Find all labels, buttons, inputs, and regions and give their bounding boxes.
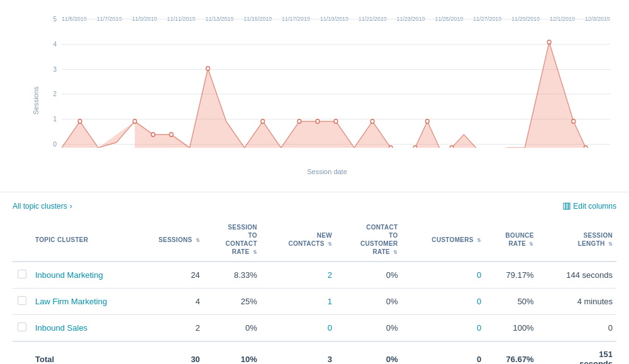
new-contacts-value-2[interactable]: 1 bbox=[328, 297, 332, 306]
row-contact-customer-rate-3: 0% bbox=[336, 315, 401, 342]
row-session-length-2: 4 minutes bbox=[538, 289, 616, 315]
law-firm-marketing-link[interactable]: Law Firm Marketing bbox=[35, 297, 107, 306]
svg-point-10 bbox=[78, 119, 82, 123]
customers-value-3[interactable]: 0 bbox=[477, 323, 481, 333]
all-topic-clusters-link[interactable]: All topic clusters › bbox=[13, 202, 72, 211]
row-session-contact-rate-3: 0% bbox=[204, 315, 261, 342]
totals-session-length: 151seconds bbox=[538, 341, 616, 364]
checkbox-3[interactable] bbox=[18, 323, 26, 331]
sort-icon-customers: ⇅ bbox=[477, 238, 481, 243]
new-contacts-value-3[interactable]: 0 bbox=[328, 323, 332, 333]
svg-point-18 bbox=[334, 119, 338, 123]
row-checkbox-3[interactable] bbox=[13, 315, 31, 342]
y-axis-label: Sessions bbox=[32, 87, 40, 115]
col-contact-to-customer[interactable]: CONTACT TO CUSTOMER RATE ⇅ bbox=[336, 218, 401, 262]
table-row: Inbound Marketing 24 8.33% 2 0% 0 79.17%… bbox=[13, 262, 616, 289]
svg-point-21 bbox=[413, 146, 417, 148]
checkbox-1[interactable] bbox=[18, 270, 26, 279]
row-customers-3: 0 bbox=[401, 315, 485, 342]
table-row: Inbound Sales 2 0% 0 0% 0 100% 0 bbox=[13, 315, 616, 342]
chart-section: Sessions 5 4 3 bbox=[0, 0, 629, 192]
chart-area: 5 4 3 2 1 bbox=[44, 16, 610, 167]
svg-marker-1 bbox=[98, 121, 135, 148]
row-checkbox-1[interactable] bbox=[13, 262, 31, 289]
totals-sessions: 30 bbox=[132, 341, 204, 364]
row-customers-1: 0 bbox=[401, 262, 485, 289]
svg-rect-27 bbox=[564, 203, 565, 209]
svg-point-20 bbox=[389, 146, 392, 148]
row-contact-customer-rate-2: 0% bbox=[336, 289, 401, 315]
row-topic-cluster-2: Law Firm Marketing bbox=[31, 289, 132, 315]
svg-point-12 bbox=[151, 133, 155, 136]
totals-empty-check bbox=[13, 341, 31, 364]
svg-point-17 bbox=[316, 119, 320, 123]
row-checkbox-2[interactable] bbox=[13, 289, 31, 315]
col-session-to-contact[interactable]: SESSION TO CONTACT RATE ⇅ bbox=[204, 218, 261, 262]
totals-session-contact-rate: 10% bbox=[204, 341, 261, 364]
svg-marker-7 bbox=[415, 121, 440, 148]
row-session-contact-rate-2: 25% bbox=[204, 289, 261, 315]
x-axis-title: Session date bbox=[44, 168, 610, 175]
row-session-contact-rate-1: 8.33% bbox=[204, 262, 261, 289]
edit-columns-button[interactable]: Edit columns bbox=[563, 202, 616, 211]
svg-point-11 bbox=[133, 119, 136, 123]
totals-row: Total 30 10% 3 0% 0 76.67% 151seconds bbox=[13, 341, 616, 364]
svg-marker-8 bbox=[452, 135, 476, 148]
col-customers[interactable]: CUSTOMERS ⇅ bbox=[401, 218, 485, 262]
chart-svg bbox=[62, 16, 610, 148]
svg-point-16 bbox=[298, 119, 301, 123]
table-row: Law Firm Marketing 4 25% 1 0% 0 50% 4 mi… bbox=[13, 289, 616, 315]
row-bounce-rate-1: 79.17% bbox=[485, 262, 538, 289]
col-session-length[interactable]: SESSION LENGTH ⇅ bbox=[538, 218, 616, 262]
table-section: All topic clusters › Edit columns TOPIC … bbox=[0, 192, 629, 364]
row-topic-cluster-1: Inbound Marketing bbox=[31, 262, 132, 289]
customers-value-1[interactable]: 0 bbox=[477, 270, 481, 280]
totals-new-contacts: 3 bbox=[261, 341, 336, 364]
row-bounce-rate-3: 100% bbox=[485, 315, 538, 342]
col-new-contacts[interactable]: NEW CONTACTS ⇅ bbox=[261, 218, 336, 262]
row-contact-customer-rate-1: 0% bbox=[336, 262, 401, 289]
svg-marker-5 bbox=[281, 121, 354, 148]
svg-rect-28 bbox=[566, 203, 568, 209]
row-new-contacts-3: 0 bbox=[261, 315, 336, 342]
inbound-sales-link[interactable]: Inbound Sales bbox=[35, 323, 87, 333]
row-bounce-rate-2: 50% bbox=[485, 289, 538, 315]
col-bounce-rate[interactable]: BOUNCE RATE ⇅ bbox=[485, 218, 538, 262]
svg-marker-9 bbox=[506, 42, 586, 148]
row-sessions-2: 4 bbox=[132, 289, 204, 315]
col-checkbox bbox=[13, 218, 31, 262]
svg-point-23 bbox=[450, 146, 454, 148]
row-customers-2: 0 bbox=[401, 289, 485, 315]
row-new-contacts-1: 2 bbox=[261, 262, 336, 289]
data-table: TOPIC CLUSTER SESSIONS ⇅ SESSION TO CONT… bbox=[13, 218, 616, 364]
all-topic-clusters-label: All topic clusters bbox=[13, 202, 67, 211]
sort-icon-sessions: ⇅ bbox=[196, 238, 200, 243]
svg-point-19 bbox=[370, 119, 374, 123]
svg-point-24 bbox=[547, 40, 551, 44]
svg-point-13 bbox=[169, 133, 173, 136]
page-wrapper: Sessions 5 4 3 bbox=[0, 0, 629, 364]
col-topic-cluster: TOPIC CLUSTER bbox=[31, 218, 132, 262]
table-footer: Total 30 10% 3 0% 0 76.67% 151seconds bbox=[13, 341, 616, 364]
totals-bounce-rate: 76.67% bbox=[485, 341, 538, 364]
svg-point-14 bbox=[206, 67, 210, 70]
customers-value-2[interactable]: 0 bbox=[477, 297, 481, 306]
svg-point-22 bbox=[425, 119, 429, 123]
table-body: Inbound Marketing 24 8.33% 2 0% 0 79.17%… bbox=[13, 262, 616, 341]
totals-customers: 0 bbox=[401, 341, 485, 364]
row-session-length-1: 144 seconds bbox=[538, 262, 616, 289]
row-sessions-3: 2 bbox=[132, 315, 204, 342]
edit-columns-icon bbox=[563, 202, 571, 210]
new-contacts-value-1[interactable]: 2 bbox=[328, 270, 332, 280]
inbound-marketing-link[interactable]: Inbound Marketing bbox=[35, 270, 103, 280]
svg-point-15 bbox=[261, 119, 265, 123]
row-new-contacts-2: 1 bbox=[261, 289, 336, 315]
col-sessions[interactable]: SESSIONS ⇅ bbox=[132, 218, 204, 262]
checkbox-2[interactable] bbox=[18, 296, 26, 305]
row-sessions-1: 24 bbox=[132, 262, 204, 289]
svg-marker-3 bbox=[171, 69, 244, 148]
svg-point-25 bbox=[572, 119, 576, 123]
chevron-right-icon: › bbox=[70, 202, 72, 211]
totals-contact-customer-rate: 0% bbox=[336, 341, 401, 364]
svg-point-26 bbox=[584, 146, 587, 148]
